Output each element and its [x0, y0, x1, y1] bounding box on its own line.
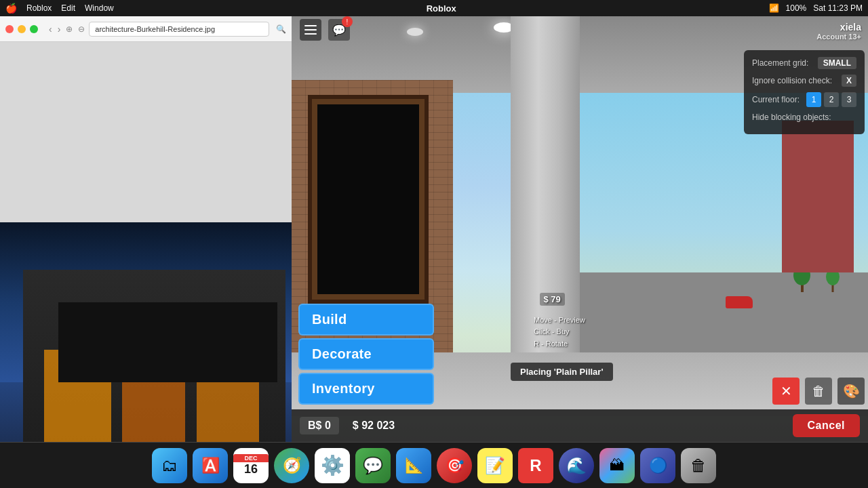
outside-scene	[580, 93, 868, 369]
background-building	[782, 121, 854, 273]
window-glass	[317, 104, 420, 294]
collision-label: Ignore collision check:	[752, 76, 832, 85]
mac-topbar-center: Roblox	[427, 3, 456, 14]
account-label: Account 13+	[816, 33, 861, 41]
instructions: Move - Preview Click - Buy R - Rotate	[534, 314, 585, 350]
inventory-menu-item[interactable]: Inventory	[298, 373, 434, 405]
floor-button-2[interactable]: 2	[824, 92, 839, 107]
user-info: xiela Account 13+	[816, 22, 861, 41]
maximize-button[interactable]	[30, 25, 38, 33]
placing-notification: Placing 'Plain Pillar'	[511, 363, 613, 381]
floor-button-3[interactable]: 3	[842, 92, 856, 107]
hamburger-line-1	[304, 25, 317, 26]
url-bar[interactable]: architecture-Burkehill-Residence.jpg	[89, 22, 269, 37]
game-menu: Build Decorate Inventory	[298, 304, 434, 405]
toolbar-icons: ‹ › ⊕ ⊖	[49, 24, 85, 35]
minimize-button[interactable]	[18, 25, 26, 33]
menu-roblox[interactable]: Roblox	[26, 3, 52, 13]
menu-window[interactable]: Window	[85, 3, 114, 13]
forward-icon[interactable]: ›	[58, 24, 61, 35]
mac-topbar: 🍎 Roblox Edit Window Roblox 📶 100% Sat 1…	[0, 0, 868, 16]
zoom-out-icon[interactable]: ⊖	[78, 24, 85, 34]
decorate-menu-item[interactable]: Decorate	[298, 338, 434, 370]
floor-buttons: 1 2 3	[806, 92, 856, 107]
panel-toolbar: ‹ › ⊕ ⊖ architecture-Burkehill-Residence…	[0, 16, 292, 42]
instruction-move: Move - Preview	[534, 314, 585, 327]
hamburger-menu-button[interactable]	[300, 19, 321, 41]
roblox-topbar: 💬 !	[292, 16, 868, 43]
back-icon[interactable]: ‹	[49, 24, 52, 35]
roblox-window: $ 79 Move - Preview Click - Buy R - Rota…	[292, 16, 868, 442]
bottom-bar: B$ 0 $ 92 023 Cancel	[292, 409, 868, 442]
mac-dock: 🗂 🅰️ DEC 16 🧭 ⚙️ 💬 📐 🎯 📝 R 🌊 🏔	[0, 442, 868, 488]
floor-row: Current floor: 1 2 3	[752, 92, 856, 107]
placement-panel: Placement grid: SMALL Ignore collision c…	[744, 50, 865, 134]
photo-content	[0, 42, 292, 442]
floor-label: Current floor:	[752, 95, 800, 104]
hamburger-line-2	[304, 29, 317, 30]
grid-row: Placement grid: SMALL	[752, 57, 856, 69]
wifi-icon: 📶	[769, 3, 779, 13]
instruction-click: Click - Buy	[534, 326, 585, 338]
dock-chromium[interactable]: 🔵	[640, 448, 675, 483]
zoom-in-icon[interactable]: ⊕	[66, 24, 73, 34]
price-tag: $ 79	[540, 293, 565, 306]
grid-label: Placement grid:	[752, 58, 808, 68]
money-display: $ 92 023	[353, 420, 395, 432]
collision-row: Ignore collision check: X	[752, 75, 856, 87]
palette-button[interactable]: 🎨	[837, 378, 865, 405]
delete-x-button[interactable]: ✕	[772, 378, 800, 405]
menu-edit[interactable]: Edit	[61, 3, 75, 13]
close-button[interactable]	[5, 25, 14, 33]
dock-roblox[interactable]: R	[518, 448, 553, 483]
clock: Sat 11:23 PM	[813, 3, 863, 13]
game-scene[interactable]: $ 79 Move - Preview Click - Buy R - Rota…	[292, 16, 868, 442]
bs-currency: B$ 0	[300, 417, 339, 434]
floor-button-1[interactable]: 1	[806, 92, 821, 107]
battery-icon: 100%	[786, 3, 807, 13]
dock-trash[interactable]: 🗑	[681, 448, 716, 483]
collision-toggle[interactable]: X	[842, 75, 856, 87]
dock-app-store[interactable]: 🅰️	[193, 448, 228, 483]
username: xiela	[816, 22, 861, 33]
dock-messages[interactable]: 💬	[355, 448, 391, 483]
bottom-action-icons: ✕ 🗑 🎨	[772, 378, 865, 405]
chat-badge: !	[342, 16, 353, 27]
trash-button[interactable]: 🗑	[805, 378, 832, 405]
wood-frame	[308, 95, 429, 304]
left-panel: ‹ › ⊕ ⊖ architecture-Burkehill-Residence…	[0, 16, 292, 442]
build-menu-item[interactable]: Build	[298, 304, 434, 336]
dock-photos[interactable]: 🏔	[599, 448, 635, 483]
mac-topbar-right: 📶 100% Sat 11:23 PM	[769, 3, 863, 13]
apple-icon[interactable]: 🍎	[5, 3, 17, 14]
dock-calendar[interactable]: DEC 16	[233, 448, 269, 483]
search-icon[interactable]: 🔍	[276, 24, 286, 34]
chat-button[interactable]: 💬 !	[328, 19, 350, 41]
traffic-lights	[5, 25, 38, 33]
dock-copy[interactable]: 📐	[396, 448, 431, 483]
dock-notes[interactable]: 📝	[477, 448, 513, 483]
grid-value[interactable]: SMALL	[818, 57, 856, 69]
hide-row: Hide blocking objects:	[752, 113, 856, 122]
dock-focus[interactable]: 🎯	[437, 448, 472, 483]
cancel-button[interactable]: Cancel	[793, 414, 860, 437]
mac-topbar-left: 🍎 Roblox Edit Window	[5, 3, 114, 14]
dock-finder[interactable]: 🗂	[152, 448, 187, 483]
dock-chrome[interactable]: ⚙️	[315, 448, 350, 483]
hamburger-line-3	[304, 33, 317, 35]
instruction-rotate: R - Rotate	[534, 338, 585, 350]
red-car	[726, 296, 753, 308]
dock-arc[interactable]: 🌊	[559, 448, 594, 483]
dock-safari[interactable]: 🧭	[274, 448, 309, 483]
hide-label: Hide blocking objects:	[752, 113, 831, 122]
